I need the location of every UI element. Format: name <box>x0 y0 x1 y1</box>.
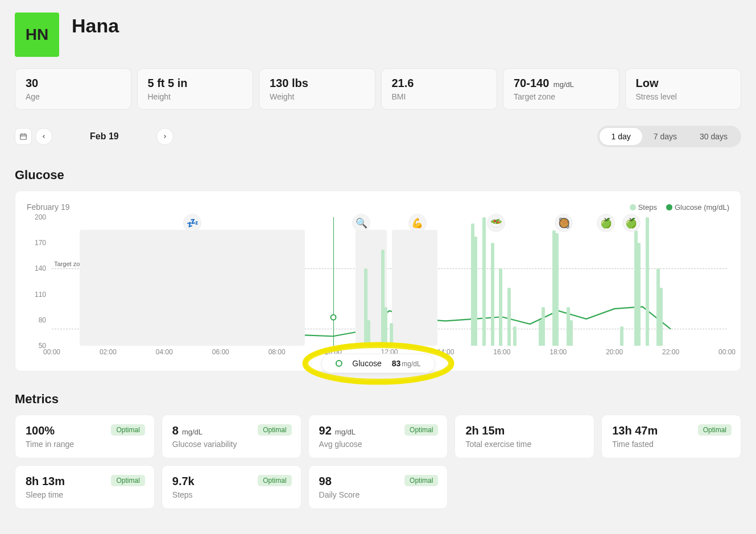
steps-bar <box>367 320 370 346</box>
stat-label: Stress level <box>636 92 731 101</box>
steps-bar <box>507 288 511 346</box>
svg-rect-0 <box>20 134 27 139</box>
stat-label: Target zone <box>514 92 609 101</box>
tooltip-unit: mg/dL <box>402 360 420 368</box>
glucose-swatch-icon <box>666 204 672 210</box>
date-nav: Feb 19 <box>15 128 173 145</box>
stat-card: 70-140 mg/dL Target zone <box>503 68 619 110</box>
profile-header: HN Hana <box>15 13 741 57</box>
steps-bar <box>659 288 663 346</box>
stat-value: Low <box>636 77 731 90</box>
tooltip-value: 83 <box>392 359 401 368</box>
stat-value: 21.6 <box>392 77 487 90</box>
meal-event-icon[interactable]: 🥗 <box>487 214 505 232</box>
steps-swatch-icon <box>630 204 636 210</box>
steps-bar <box>569 320 573 346</box>
metric-label: Time in range <box>26 440 144 449</box>
range-option[interactable]: 1 day <box>600 128 642 145</box>
status-badge: Optimal <box>258 475 291 486</box>
metric-card[interactable]: Optimal 13h 47m Time fasted <box>601 415 741 458</box>
profile-stats-row: 30 Age5 ft 5 in Height130 lbs Weight21.6… <box>15 68 741 110</box>
steps-bar <box>542 307 545 346</box>
metric-label: Time fasted <box>612 440 730 449</box>
status-badge: Optimal <box>698 424 732 436</box>
metric-card[interactable]: Optimal 9.7k Steps <box>162 465 301 509</box>
steps-bar <box>637 243 641 346</box>
metric-label: Avg glucose <box>319 440 437 449</box>
range-option[interactable]: 30 days <box>688 128 739 145</box>
tooltip-series-swatch-icon <box>335 360 342 367</box>
snack-event-icon[interactable]: 🍏 <box>597 214 615 232</box>
metrics-grid: Optimal 100% Time in rangeOptimal 8mg/dL… <box>15 415 741 509</box>
steps-bar <box>491 243 494 346</box>
legend-glucose-label: Glucose (mg/dL) <box>675 203 729 212</box>
chart-legend: Steps Glucose (mg/dL) <box>630 203 729 212</box>
status-badge: Optimal <box>111 475 144 486</box>
metric-value: 2h 15m <box>465 424 584 437</box>
chart-date-label: February 19 <box>27 202 69 212</box>
steps-bar <box>620 326 623 346</box>
stat-label: BMI <box>392 92 487 101</box>
glucose-chart-card: February 19 Steps Glucose (mg/dL) 508011… <box>15 191 741 371</box>
range-toggle: 1 day7 days30 days <box>597 126 741 147</box>
snack-event-icon[interactable]: 🍏 <box>622 214 641 232</box>
stat-value: 5 ft 5 in <box>148 77 243 90</box>
metric-card[interactable]: Optimal 8h 13m Sleep time <box>15 465 155 509</box>
metric-card[interactable]: Optimal 8mg/dL Glucose variability <box>162 415 301 458</box>
calendar-icon[interactable] <box>15 128 32 145</box>
date-label: Feb 19 <box>56 131 153 142</box>
stat-card: 130 lbs Weight <box>259 68 375 110</box>
stat-value: 30 <box>26 77 121 90</box>
avatar: HN <box>15 13 59 57</box>
sleep-event-icon[interactable]: 💤 <box>183 214 201 232</box>
metric-card[interactable]: Optimal 92mg/dL Avg glucose <box>308 415 448 458</box>
status-badge: Optimal <box>404 424 438 436</box>
search-event-icon[interactable]: 🔍 <box>352 214 370 232</box>
workout-event-icon[interactable]: 💪 <box>408 214 427 232</box>
range-option[interactable]: 7 days <box>642 128 688 145</box>
metric-label: Daily Score <box>319 490 437 499</box>
chart-toolbar: Feb 19 1 day7 days30 days <box>15 126 741 147</box>
metric-label: Glucose variability <box>172 440 291 449</box>
stat-label: Weight <box>270 92 365 101</box>
steps-bar <box>646 217 649 346</box>
tooltip-series-label: Glucose <box>352 359 381 368</box>
plot-area[interactable]: Target zone (70 - 140 mg/dL)💤🔍💪🥗🥘🍏🍏 <box>52 217 727 346</box>
steps-bar <box>390 323 393 346</box>
stat-label: Age <box>26 92 121 101</box>
metric-card[interactable]: Optimal 100% Time in range <box>15 415 155 458</box>
next-day-button[interactable] <box>156 128 173 145</box>
y-axis: 5080110140170200 <box>27 217 49 346</box>
metric-label: Steps <box>172 490 291 499</box>
stat-card: Low Stress level <box>625 68 742 110</box>
status-badge: Optimal <box>258 424 291 436</box>
stat-value: 70-140 mg/dL <box>514 77 609 90</box>
status-badge: Optimal <box>111 424 144 436</box>
status-badge: Optimal <box>404 475 438 486</box>
steps-bar <box>499 268 502 346</box>
chart-tooltip: Glucose 83mg/dL <box>321 354 435 373</box>
metric-label: Total exercise time <box>465 440 584 449</box>
chart-cursor-line <box>333 217 334 346</box>
stat-card: 21.6 BMI <box>381 68 498 110</box>
steps-bar <box>384 307 387 346</box>
metric-card[interactable]: Optimal 98 Daily Score <box>308 465 448 509</box>
prev-day-button[interactable] <box>35 128 52 145</box>
legend-steps-label: Steps <box>638 203 657 212</box>
steps-bar <box>513 326 517 346</box>
activity-band <box>392 230 437 346</box>
activity-band <box>80 230 305 346</box>
stat-value: 130 lbs <box>270 77 365 90</box>
chart-area[interactable]: 5080110140170200 Target zone (70 - 140 m… <box>27 217 729 359</box>
stat-card: 30 Age <box>15 68 131 110</box>
cooking-event-icon[interactable]: 🥘 <box>555 214 573 232</box>
metrics-section-title: Metrics <box>15 392 741 407</box>
profile-name: Hana <box>72 15 119 37</box>
stat-label: Height <box>148 92 243 101</box>
steps-bar <box>555 233 559 346</box>
stat-card: 5 ft 5 in Height <box>137 68 254 110</box>
glucose-section-title: Glucose <box>15 168 741 183</box>
metric-card[interactable]: 2h 15m Total exercise time <box>455 415 594 458</box>
chart-cursor-handle[interactable] <box>330 314 336 321</box>
steps-bar <box>474 237 477 346</box>
